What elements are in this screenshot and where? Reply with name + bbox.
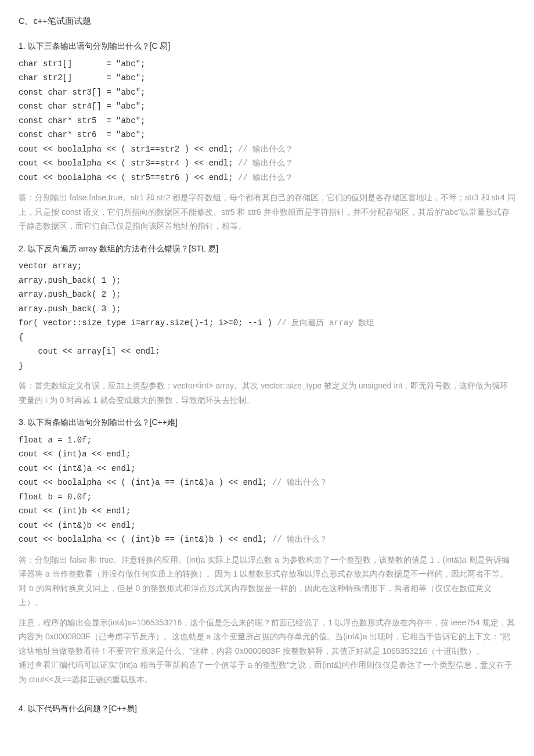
code-text: cout << boolalpha << ( str3==str4 ) << e… [19,159,238,168]
code-text: cout << boolalpha << ( (int)b == (int&)b… [19,535,272,544]
q3-head: 3. 以下两条输出语句分别输出什么？[C++难] [19,415,515,430]
code-line: vector array; [19,259,515,273]
code-line: cout << array[i] << endl; [19,344,515,359]
code-line: const char str3[] = "abc"; [19,85,515,100]
code-comment: // 输出什么？ [272,535,327,544]
code-text: cout << boolalpha << ( str5==str6 ) << e… [19,173,238,182]
q3-answer: 答：分别输出 false 和 true。注意转换的应用。(int)a 实际上是以… [19,553,515,610]
code-line: cout << boolalpha << ( str3==str4 ) << e… [19,156,515,171]
code-line: float b = 0.0f; [19,490,515,505]
question-2: 2. 以下反向遍历 array 数组的方法有什么错误？[STL 易] vecto… [19,242,515,408]
code-comment: // 输出什么？ [272,478,327,487]
code-line: float a = 1.0f; [19,433,515,448]
code-line: const char* str6 = "abc"; [19,128,515,142]
q1-answer: 答：分别输出 false,false,true。str1 和 str2 都是字符… [19,190,515,233]
code-line: char str1[] = "abc"; [19,57,515,71]
code-comment: // 输出什么？ [238,159,293,168]
code-line: cout << boolalpha << ( str1==str2 ) << e… [19,142,515,157]
q2-head: 2. 以下反向遍历 array 数组的方法有什么错误？[STL 易] [19,242,515,256]
q4-head: 4. 以下代码有什么问题？[C++易] [19,701,515,716]
code-line: { [19,330,515,345]
code-line: cout << boolalpha << ( str5==str6 ) << e… [19,171,515,185]
code-text: cout << boolalpha << ( str1==str2 ) << e… [19,145,238,154]
code-line: array.push_back( 1 ); [19,273,515,288]
code-line: cout << (int&)b << endl; [19,519,515,533]
page-title: C、c++笔试面试题 [19,14,515,28]
code-line: const char str4[] = "abc"; [19,99,515,114]
code-comment: // 输出什么？ [238,173,293,182]
code-line: } [19,359,515,373]
code-line: char str2[] = "abc"; [19,71,515,85]
question-4: 4. 以下代码有什么问题？[C++易] [19,701,515,716]
q3-note2: 通过查看汇编代码可以证实"(int)a 相当于重新构造了一个值等于 a 的整型数… [19,658,515,686]
code-comment: // 输出什么？ [238,145,293,154]
q3-note1: 注意，程序的输出会显示(int&)a=1065353216，这个值是怎么来的呢？… [19,615,515,658]
q1-head: 1. 以下三条输出语句分别输出什么？[C 易] [19,39,515,53]
code-line: cout << (int)b << endl; [19,504,515,519]
code-line: array.push_back( 2 ); [19,287,515,302]
q2-answer: 答：首先数组定义有误，应加上类型参数：vector<int> array。其次 … [19,379,515,407]
code-line: array.push_back( 3 ); [19,302,515,316]
code-comment: // 反向遍历 array 数组 [277,318,374,327]
code-text: for( vector::size_type i=array.size()-1;… [19,318,277,327]
code-line: const char* str5 = "abc"; [19,114,515,128]
code-line: cout << (int)a << endl; [19,447,515,462]
question-1: 1. 以下三条输出语句分别输出什么？[C 易] char str1[] = "a… [19,39,515,233]
code-line: cout << (int&)a << endl; [19,462,515,476]
code-line: for( vector::size_type i=array.size()-1;… [19,316,515,330]
code-text: cout << boolalpha << ( (int)a == (int&)a… [19,478,272,487]
code-line: cout << boolalpha << ( (int)a == (int&)a… [19,476,515,490]
code-line: cout << boolalpha << ( (int)b == (int&)b… [19,532,515,547]
question-3: 3. 以下两条输出语句分别输出什么？[C++难] float a = 1.0f;… [19,415,515,686]
